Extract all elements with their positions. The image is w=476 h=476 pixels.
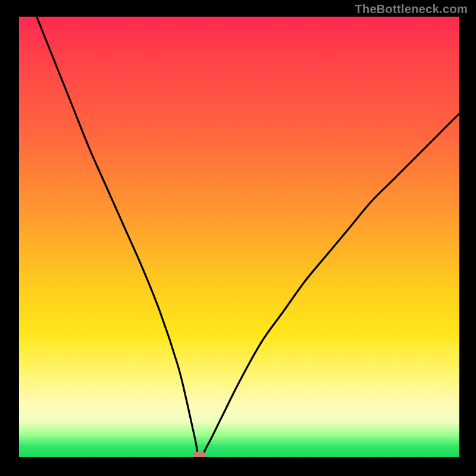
chart-frame: TheBottleneck.com (0, 0, 476, 476)
watermark-text: TheBottleneck.com (355, 2, 468, 16)
plot-area (19, 17, 459, 457)
bottleneck-curve (37, 17, 459, 457)
optimal-marker (193, 452, 206, 457)
curve-svg (19, 17, 459, 457)
